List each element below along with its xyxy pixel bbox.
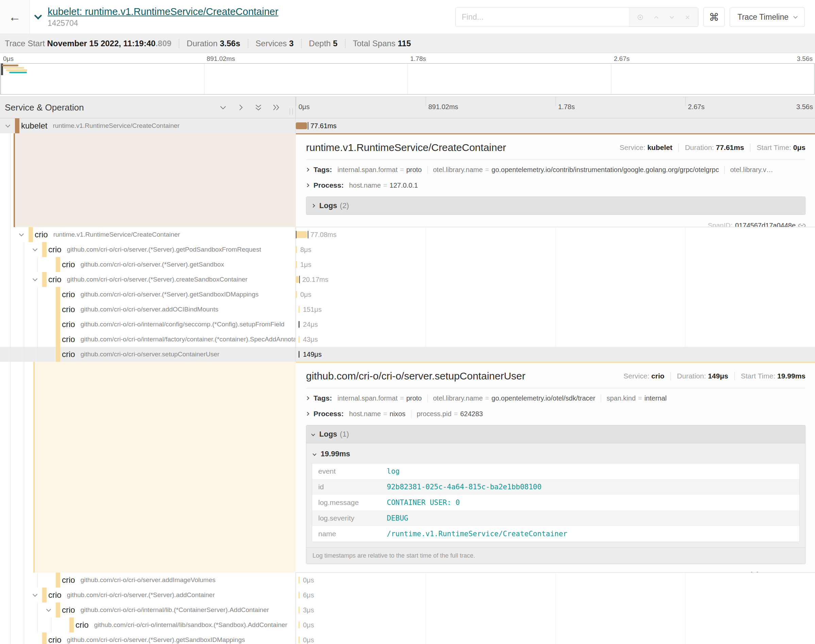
span-timeline-cell[interactable]: 0μs [296,573,815,587]
span-name-cell[interactable]: criogithub.com/cri-o/cri-o/internal/lib/… [0,618,296,632]
locate-icon[interactable] [636,13,644,21]
span-boundary-tick [308,231,308,238]
process-row[interactable]: Process: host.namenixosprocess.pid624283 [306,406,806,422]
span-timeline-cell[interactable]: 77.61ms [296,118,815,133]
span-row[interactable]: criogithub.com/cri-o/cri-o/server.(*Serv… [0,242,815,257]
span-duration-bar[interactable] [299,321,300,328]
chevron-right-icon[interactable] [305,183,309,187]
keyboard-shortcuts-button[interactable]: ⌘ [703,8,725,27]
span-row[interactable]: criogithub.com/cri-o/cri-o/server.addOCI… [0,302,815,317]
span-duration-bar[interactable] [299,621,300,629]
span-row[interactable]: criogithub.com/cri-o/cri-o/server.addIma… [0,573,815,587]
span-duration-bar[interactable] [299,336,300,343]
column-resize-handle[interactable] [290,109,293,115]
expand-one-icon[interactable] [236,103,245,112]
span-duration-bar[interactable] [299,351,300,358]
span-duration-bar[interactable] [299,607,300,613]
span-name-cell[interactable]: criogithub.com/cri-o/cri-o/server.(*Serv… [0,587,296,603]
span-name-cell[interactable]: criogithub.com/cri-o/cri-o/server.(*Serv… [0,632,296,644]
span-name-cell[interactable]: criogithub.com/cri-o/cri-o/internal/lib.… [0,603,296,618]
span-row[interactable]: criogithub.com/cri-o/cri-o/server.(*Serv… [0,257,815,272]
span-row[interactable]: criogithub.com/cri-o/cri-o/internal/fact… [0,332,815,347]
span-row[interactable]: criogithub.com/cri-o/cri-o/server.(*Serv… [0,632,815,644]
back-button[interactable]: ← [0,0,30,34]
span-row[interactable]: criogithub.com/cri-o/cri-o/internal/lib/… [0,618,815,632]
span-row[interactable]: criogithub.com/cri-o/cri-o/internal/conf… [0,317,815,332]
span-timeline-cell[interactable]: 6μs [296,587,815,603]
span-row[interactable]: criogithub.com/cri-o/cri-o/server.setupC… [0,347,815,362]
span-duration-bar[interactable] [299,306,300,313]
span-name-cell[interactable]: criogithub.com/cri-o/cri-o/server.addOCI… [0,302,296,317]
span-duration-bar[interactable] [296,291,297,298]
minimap-canvas[interactable] [0,63,815,95]
process-row[interactable]: Process: host.name127.0.0.1 [306,178,806,193]
chevron-right-icon [311,204,315,207]
log-entry-toggle[interactable]: 19.99ms [312,445,800,463]
span-row[interactable]: kubeletruntime.v1.RuntimeService/CreateC… [0,118,815,133]
logs-toggle[interactable]: Logs (1) [306,425,805,443]
span-duration-label: 8μs [300,246,311,254]
span-name-cell[interactable]: criogithub.com/cri-o/cri-o/server.(*Serv… [0,242,296,257]
collapse-trace-header-icon[interactable] [34,12,42,19]
span-duration-bar[interactable] [299,636,300,643]
tags-row[interactable]: Tags: internal.span.formatprotootel.libr… [306,390,806,406]
collapse-all-icon[interactable] [254,103,263,112]
clear-search-icon[interactable] [684,14,691,21]
find-input[interactable] [456,8,629,26]
span-name-cell[interactable]: criogithub.com/cri-o/cri-o/server.setupC… [0,347,296,362]
span-duration-bar[interactable] [296,246,297,253]
log-field-row: log.messageCONTAINER USER: 0 [312,495,800,511]
tags-row[interactable]: Tags: internal.span.formatprotootel.libr… [306,162,806,178]
span-timeline-cell[interactable]: 20.17ms [296,272,815,287]
service-name: crio [48,590,61,600]
operation-name: github.com/cri-o/cri-o/server.(*Server).… [67,636,245,644]
span-timeline-cell[interactable]: 8μs [296,242,815,257]
span-row[interactable]: criogithub.com/cri-o/cri-o/server.(*Serv… [0,287,815,302]
span-duration-bar[interactable] [296,123,307,129]
span-row[interactable]: criogithub.com/cri-o/cri-o/server.(*Serv… [0,272,815,287]
span-name-cell[interactable]: crioruntime.v1.RuntimeService/CreateCont… [0,227,296,242]
span-duration-bar[interactable] [296,231,307,238]
chevron-right-icon[interactable] [305,412,309,416]
span-color-accent [33,362,296,573]
span-rows: kubeletruntime.v1.RuntimeService/CreateC… [0,118,815,644]
span-timeline-cell[interactable]: 149μs [296,347,815,362]
span-timeline-cell[interactable]: 77.08ms [296,227,815,242]
span-timeline-cell[interactable]: 151μs [296,302,815,317]
span-detail-meta: Service: crio Duration: 149μs Start Time… [624,372,806,380]
trace-title-link[interactable]: kubelet: runtime.v1.RuntimeService/Creat… [47,6,279,17]
span-duration-bar[interactable] [299,577,300,583]
span-row[interactable]: criogithub.com/cri-o/cri-o/internal/lib.… [0,603,815,618]
span-name-cell[interactable]: kubeletruntime.v1.RuntimeService/CreateC… [0,118,296,133]
span-timeline-cell[interactable]: 0μs [296,287,815,302]
span-duration-label: 24μs [303,320,318,328]
span-duration-bar[interactable] [299,592,300,598]
find-controls [629,8,698,26]
chevron-right-icon[interactable] [305,396,309,400]
span-timeline-cell[interactable]: 1μs [296,257,815,272]
next-result-icon[interactable] [668,14,676,21]
collapse-one-icon[interactable] [219,103,227,112]
trace-view-selector[interactable]: Trace Timeline [730,8,805,27]
span-timeline-cell[interactable]: 0μs [296,618,815,632]
span-name-cell[interactable]: criogithub.com/cri-o/cri-o/server.(*Serv… [0,287,296,302]
span-timeline-cell[interactable]: 3μs [296,603,815,618]
operation-name: github.com/cri-o/cri-o/internal/config/s… [81,320,285,328]
span-timeline-cell[interactable]: 0μs [296,632,815,644]
span-name-cell[interactable]: criogithub.com/cri-o/cri-o/server.addIma… [0,573,296,587]
span-row[interactable]: crioruntime.v1.RuntimeService/CreateCont… [0,227,815,242]
copy-link-icon[interactable] [798,222,806,227]
span-duration-bar[interactable] [296,261,297,268]
span-name-cell[interactable]: criogithub.com/cri-o/cri-o/internal/conf… [0,317,296,332]
span-timeline-cell[interactable]: 24μs [296,317,815,332]
logs-toggle[interactable]: Logs (2) [306,197,805,215]
span-name-cell[interactable]: criogithub.com/cri-o/cri-o/server.(*Serv… [0,257,296,272]
span-duration-bar[interactable] [296,276,299,283]
span-name-cell[interactable]: criogithub.com/cri-o/cri-o/server.(*Serv… [0,272,296,287]
span-name-cell[interactable]: criogithub.com/cri-o/cri-o/internal/fact… [0,332,296,347]
expand-all-icon[interactable] [272,103,280,112]
chevron-right-icon[interactable] [305,168,309,172]
span-row[interactable]: criogithub.com/cri-o/cri-o/server.(*Serv… [0,587,815,603]
prev-result-icon[interactable] [653,14,660,21]
span-timeline-cell[interactable]: 43μs [296,332,815,347]
